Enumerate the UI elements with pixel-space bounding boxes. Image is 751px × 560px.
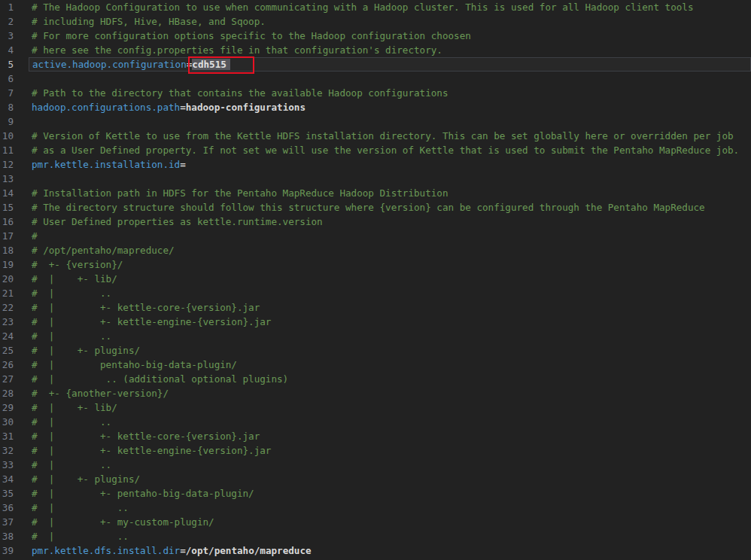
code-text-area[interactable]: # | pentaho-big-data-plugin/	[29, 358, 751, 372]
code-text-area[interactable]: # Path to the directory that contains th…	[29, 86, 751, 100]
code-line: 20# | +- lib/	[0, 272, 751, 286]
code-text-area[interactable]: # Installation path in HDFS for the Pent…	[29, 186, 751, 200]
token-comment: #	[32, 230, 38, 242]
code-text-area[interactable]: # The Hadoop Configuration to use when c…	[29, 0, 751, 14]
code-text-area[interactable]: # | +- plugins/	[29, 472, 751, 486]
code-text-area[interactable]	[29, 72, 751, 86]
line-number: 38	[0, 529, 14, 543]
code-line: 31# | +- kettle-core-{version}.jar	[0, 429, 751, 443]
code-text-area[interactable]: # | +- kettle-core-{version}.jar	[29, 300, 751, 315]
token-equals: =	[180, 102, 186, 113]
code-text-area[interactable]: # | ..	[29, 501, 751, 515]
code-line: 2# including HDFS, Hive, HBase, and Sqoo…	[0, 14, 751, 29]
code-text-area[interactable]: # | +- my-custom-plugin/	[29, 515, 751, 529]
line-number: 19	[0, 257, 14, 272]
line-number: 16	[0, 215, 14, 229]
token-property-key: active.hadoop.configuration	[32, 59, 187, 70]
code-text-area[interactable]: # | ..	[29, 286, 751, 300]
code-line: 17#	[0, 229, 751, 243]
line-number: 28	[0, 386, 14, 400]
line-number: 21	[0, 286, 14, 300]
code-line: 27# | .. (additional optional plugins)	[0, 372, 751, 386]
code-text-area[interactable]: # | .. (additional optional plugins)	[29, 372, 751, 386]
code-text-area[interactable]: hadoop.configurations.path=hadoop-config…	[29, 100, 751, 114]
line-number: 9	[0, 114, 14, 129]
code-text-area[interactable]: # | +- lib/	[29, 272, 751, 286]
line-number: 13	[0, 172, 14, 186]
token-comment: # | ..	[32, 416, 111, 428]
code-text-area[interactable]: # User Defined properties as kettle.runt…	[29, 215, 751, 229]
line-number: 14	[0, 186, 14, 200]
token-comment: # | +- kettle-core-{version}.jar	[32, 431, 260, 442]
code-line: 30# | ..	[0, 415, 751, 429]
code-text-area[interactable]: # as a User Defined property. If not set…	[29, 143, 751, 157]
code-text-area[interactable]: # | +- kettle-core-{version}.jar	[29, 429, 751, 443]
line-number: 4	[0, 43, 14, 57]
line-number: 34	[0, 472, 14, 486]
code-line: 22# | +- kettle-core-{version}.jar	[0, 300, 751, 315]
code-text-area[interactable]: # | +- lib/	[29, 400, 751, 415]
token-comment: # Path to the directory that contains th…	[32, 87, 448, 99]
code-text-area[interactable]: pmr.kettle.dfs.install.dir=/opt/pentaho/…	[29, 543, 751, 558]
code-line: 18# /opt/pentaho/mapreduce/	[0, 243, 751, 257]
code-line: 16# User Defined properties as kettle.ru…	[0, 215, 751, 229]
code-text-area[interactable]: # | ..	[29, 529, 751, 543]
token-comment: # | ..	[32, 288, 111, 299]
code-text-area[interactable]: # +- {version}/	[29, 257, 751, 272]
line-number: 17	[0, 229, 14, 243]
code-text-area[interactable]: # | +- kettle-engine-{version}.jar	[29, 443, 751, 458]
line-number: 37	[0, 515, 14, 529]
token-comment: # | ..	[32, 330, 111, 342]
code-text-area[interactable]	[29, 172, 751, 186]
code-editor: 1# The Hadoop Configuration to use when …	[0, 0, 751, 560]
token-comment: # The directory structure should follow …	[32, 202, 705, 213]
selected-text[interactable]: cdh515	[192, 59, 230, 70]
line-number: 12	[0, 157, 14, 172]
line-number: 18	[0, 243, 14, 257]
code-text-area[interactable]: # The directory structure should follow …	[29, 200, 751, 215]
code-line: 8hadoop.configurations.path=hadoop-confi…	[0, 100, 751, 114]
code-text-area[interactable]: # | ..	[29, 458, 751, 472]
code-text-area[interactable]: # | +- plugins/	[29, 343, 751, 358]
code-text-area[interactable]: # For more configuration options specifi…	[29, 29, 751, 43]
token-comment: # | +- lib/	[32, 402, 117, 413]
token-comment: # | pentaho-big-data-plugin/	[32, 359, 237, 370]
token-comment: # | ..	[32, 531, 129, 542]
code-text-area[interactable]: # | ..	[29, 329, 751, 343]
token-property-key: pmr.kettle.installation.id	[32, 159, 180, 170]
line-number: 32	[0, 443, 14, 458]
code-line: 1# The Hadoop Configuration to use when …	[0, 0, 751, 14]
code-text-area[interactable]: # /opt/pentaho/mapreduce/	[29, 243, 751, 257]
code-text-area[interactable]	[29, 114, 751, 129]
code-line: 25# | +- plugins/	[0, 343, 751, 358]
token-equals: =	[180, 159, 186, 170]
token-comment: # including HDFS, Hive, HBase, and Sqoop…	[32, 16, 266, 27]
code-line: 33# | ..	[0, 458, 751, 472]
code-text-area[interactable]: # | ..	[29, 415, 751, 429]
code-text-area[interactable]: # | +- pentaho-big-data-plugin/	[29, 486, 751, 501]
line-number: 10	[0, 129, 14, 143]
code-text-area[interactable]: # here see the config.properties file in…	[29, 43, 751, 57]
code-line: 38# | ..	[0, 529, 751, 543]
token-comment: # | +- my-custom-plugin/	[32, 516, 214, 528]
code-line: 26# | pentaho-big-data-plugin/	[0, 358, 751, 372]
code-text-area[interactable]: active.hadoop.configuration=cdh515	[29, 57, 751, 72]
code-text-area[interactable]: # Version of Kettle to use from the Kett…	[29, 129, 751, 143]
token-comment: # | +- plugins/	[32, 345, 140, 356]
token-comment: # User Defined properties as kettle.runt…	[32, 216, 323, 227]
code-text-area[interactable]: # | +- kettle-engine-{version}.jar	[29, 315, 751, 329]
token-comment: # here see the config.properties file in…	[32, 44, 442, 56]
code-line: 34# | +- plugins/	[0, 472, 751, 486]
line-number: 23	[0, 315, 14, 329]
token-property-key: hadoop.configurations.path	[32, 102, 180, 113]
token-comment: # | +- pentaho-big-data-plugin/	[32, 488, 254, 499]
code-text-area[interactable]: # including HDFS, Hive, HBase, and Sqoop…	[29, 14, 751, 29]
code-text-area[interactable]: #	[29, 229, 751, 243]
token-comment: # | ..	[32, 502, 129, 513]
code-line: 21# | ..	[0, 286, 751, 300]
token-comment: # /opt/pentaho/mapreduce/	[32, 245, 175, 256]
code-text-area[interactable]: # +- {another-version}/	[29, 386, 751, 400]
token-value: /opt/pentaho/mapreduce	[186, 545, 312, 556]
code-line: 12pmr.kettle.installation.id=	[0, 157, 751, 172]
code-text-area[interactable]: pmr.kettle.installation.id=	[29, 157, 751, 172]
